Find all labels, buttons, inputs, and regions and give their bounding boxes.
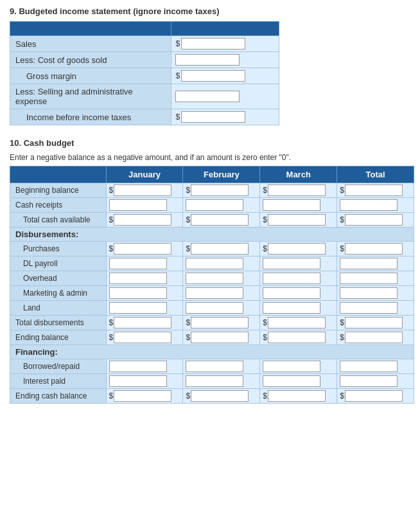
income-row-ebt: Income before income taxes $ <box>10 109 279 125</box>
cash-row-interest: Interest paid <box>10 374 414 389</box>
cash-label-ending-cash: Ending cash balance <box>10 389 107 404</box>
income-label-sga: Less: Selling and administrative expense <box>10 84 171 109</box>
income-label-ebt: Income before income taxes <box>10 109 171 125</box>
cash-input-mkt-mar[interactable] <box>263 287 320 299</box>
income-input-gross-margin[interactable] <box>181 70 245 82</box>
income-header-row <box>10 22 279 36</box>
cash-row-land: Land <box>10 301 414 316</box>
cash-input-dl-feb[interactable] <box>186 258 243 269</box>
dollar-sign-2: $ <box>175 71 180 80</box>
cash-input-oh-tot[interactable] <box>340 273 398 284</box>
cash-input-beg-jan[interactable] <box>114 184 171 196</box>
cash-input-ecb-jan[interactable] <box>114 390 171 402</box>
cash-input-dl-jan[interactable] <box>109 258 167 269</box>
income-row-sales: Sales $ <box>10 36 279 52</box>
cash-header-january: January <box>106 166 183 183</box>
cash-value-ecb-feb: $ <box>183 389 260 404</box>
cash-input-td-feb[interactable] <box>191 317 249 328</box>
income-label-sales: Sales <box>10 36 171 52</box>
cash-input-eb-mar[interactable] <box>268 332 326 343</box>
cash-row-beginning-balance: Beginning balance $ $ $ $ <box>10 183 414 198</box>
income-input-sga[interactable] <box>175 91 240 102</box>
cash-input-land-tot[interactable] <box>340 302 398 314</box>
cash-input-land-feb[interactable] <box>186 302 243 314</box>
cash-input-tc-jan[interactable] <box>114 214 171 226</box>
cash-input-pur-mar[interactable] <box>268 243 326 255</box>
ds1: $ <box>109 186 114 195</box>
cash-input-land-jan[interactable] <box>109 302 167 314</box>
cash-input-ecb-feb[interactable] <box>191 390 249 402</box>
cash-input-td-mar[interactable] <box>268 317 326 328</box>
cash-value-beg-feb: $ <box>183 183 260 198</box>
cash-label-land: Land <box>10 301 107 316</box>
cash-input-oh-mar[interactable] <box>263 273 320 284</box>
cash-input-int-feb[interactable] <box>186 375 243 387</box>
cash-input-tc-feb[interactable] <box>191 214 249 226</box>
cash-header-total: Total <box>337 166 414 183</box>
cash-value-oh-jan <box>106 271 183 286</box>
ds16: $ <box>340 318 344 327</box>
cash-label-dl-payroll: DL payroll <box>10 256 107 271</box>
cash-input-mkt-tot[interactable] <box>340 287 398 299</box>
cash-input-beg-tot[interactable] <box>345 184 403 196</box>
cash-row-overhead: Overhead <box>10 271 414 286</box>
cash-input-rec-tot[interactable] <box>340 199 398 211</box>
cash-input-oh-jan[interactable] <box>109 273 167 284</box>
cash-row-marketing: Marketing & admin <box>10 286 414 301</box>
income-input-ebt[interactable] <box>181 111 245 123</box>
income-value-sga <box>171 84 279 109</box>
cash-input-beg-mar[interactable] <box>268 184 326 196</box>
cash-input-pur-jan[interactable] <box>114 243 171 255</box>
cash-input-bor-jan[interactable] <box>109 361 167 372</box>
cash-input-eb-tot[interactable] <box>345 332 403 343</box>
cash-input-beg-feb[interactable] <box>191 184 249 196</box>
cash-input-mkt-feb[interactable] <box>186 287 243 299</box>
cash-input-bor-feb[interactable] <box>186 361 243 372</box>
cash-input-dl-tot[interactable] <box>340 258 398 269</box>
cash-input-oh-feb[interactable] <box>186 273 243 284</box>
cash-input-rec-jan[interactable] <box>109 199 167 211</box>
cash-input-tc-tot[interactable] <box>345 214 403 226</box>
ds22: $ <box>186 391 190 400</box>
cash-row-dl-payroll: DL payroll <box>10 256 414 271</box>
cash-input-eb-feb[interactable] <box>191 332 249 343</box>
cash-input-bor-mar[interactable] <box>263 361 320 372</box>
cash-value-eb-tot: $ <box>337 330 414 345</box>
ds2: $ <box>186 186 190 195</box>
cash-input-land-mar[interactable] <box>263 302 320 314</box>
section10-note: Enter a negative balance as a negative a… <box>10 153 410 162</box>
cash-value-bor-mar <box>260 359 337 374</box>
cash-header-march: March <box>260 166 337 183</box>
cash-input-td-jan[interactable] <box>114 317 171 328</box>
cash-input-bor-tot[interactable] <box>340 361 398 372</box>
cash-value-land-feb <box>183 301 260 316</box>
cash-input-int-jan[interactable] <box>109 375 167 387</box>
cash-input-rec-feb[interactable] <box>186 199 243 211</box>
cash-value-eb-jan: $ <box>106 330 183 345</box>
cash-value-oh-tot <box>337 271 414 286</box>
cash-input-int-tot[interactable] <box>340 375 398 387</box>
cash-input-pur-tot[interactable] <box>345 243 403 255</box>
income-input-cogs[interactable] <box>175 54 240 66</box>
cash-input-eb-jan[interactable] <box>114 332 171 343</box>
cash-label-purchases: Purchases <box>10 242 107 256</box>
cash-value-td-jan: $ <box>106 316 183 330</box>
cash-input-mkt-jan[interactable] <box>109 287 167 299</box>
cash-input-dl-mar[interactable] <box>263 258 320 269</box>
cash-input-pur-feb[interactable] <box>191 243 249 255</box>
cash-input-int-mar[interactable] <box>263 375 320 387</box>
cash-label-financing-header: Financing: <box>10 345 414 359</box>
cash-label-overhead: Overhead <box>10 271 107 286</box>
cash-input-ecb-tot[interactable] <box>345 390 403 402</box>
ds11: $ <box>263 244 267 253</box>
cash-input-tc-mar[interactable] <box>268 214 326 226</box>
dollar-sign-3: $ <box>175 112 180 121</box>
cash-value-dl-jan <box>106 256 183 271</box>
income-input-sales[interactable] <box>181 38 245 49</box>
cash-input-ecb-mar[interactable] <box>268 390 326 402</box>
cash-value-td-mar: $ <box>260 316 337 330</box>
cash-header-february: February <box>183 166 260 183</box>
cash-input-rec-mar[interactable] <box>263 199 320 211</box>
cash-value-int-mar <box>260 374 337 389</box>
cash-input-td-tot[interactable] <box>345 317 403 328</box>
